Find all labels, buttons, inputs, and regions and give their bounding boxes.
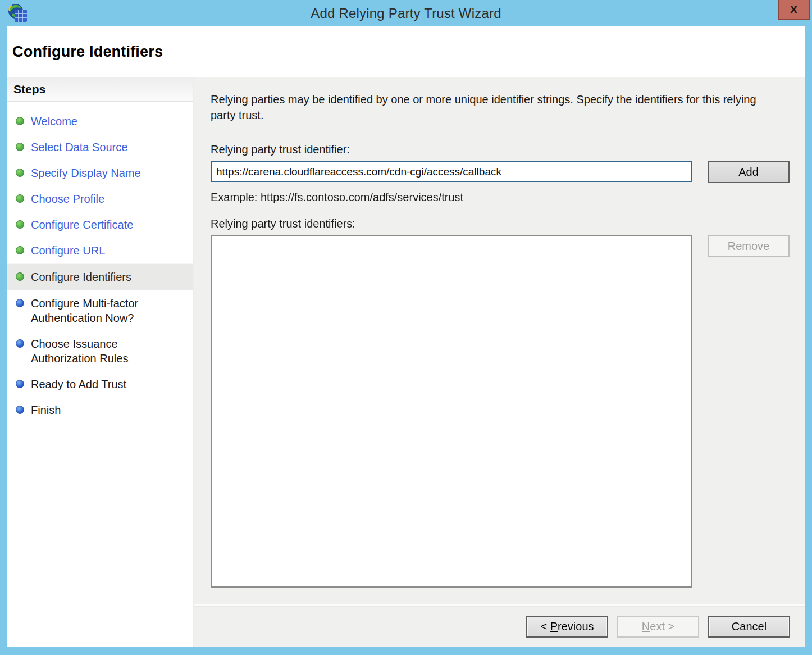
- cancel-button[interactable]: Cancel: [708, 616, 790, 638]
- steps-header: Steps: [7, 77, 193, 102]
- step-select-data-source[interactable]: Select Data Source: [7, 134, 193, 160]
- page-title: Configure Identifiers: [7, 43, 163, 61]
- step-ready-to-add-trust: Ready to Add Trust: [7, 371, 193, 397]
- next-button[interactable]: Next >: [617, 616, 699, 638]
- window-title: Add Relying Party Trust Wizard: [0, 6, 812, 21]
- step-completed-icon: [16, 194, 24, 203]
- titlebar: Add Relying Party Trust Wizard X: [0, 0, 812, 26]
- step-upcoming-icon: [16, 339, 24, 348]
- step-upcoming-icon: [16, 380, 24, 388]
- close-x-icon: X: [790, 3, 797, 16]
- step-completed-icon: [16, 169, 24, 177]
- step-completed-icon: [16, 272, 24, 281]
- step-completed-icon: [16, 220, 24, 229]
- identifiers-listbox[interactable]: [211, 235, 692, 588]
- remove-button[interactable]: Remove: [708, 235, 790, 257]
- identifier-label: Relying party trust identifier:: [211, 143, 790, 156]
- close-button[interactable]: X: [778, 0, 810, 20]
- step-completed-icon: [16, 117, 24, 125]
- intro-text: Relying parties may be identified by one…: [211, 92, 790, 123]
- step-welcome[interactable]: Welcome: [7, 108, 193, 134]
- step-configure-mfa: Configure Multi-factor Authentication No…: [7, 290, 193, 331]
- steps-list: Welcome Select Data Source Specify Displ…: [7, 102, 193, 423]
- add-button[interactable]: Add: [708, 161, 790, 183]
- steps-sidebar: Steps Welcome Select Data Source Specify…: [7, 77, 194, 647]
- step-completed-icon: [16, 246, 24, 254]
- step-configure-url[interactable]: Configure URL: [7, 238, 193, 263]
- adfs-globe-icon: [7, 3, 28, 24]
- wizard-footer: < Previous Next > Cancel: [194, 604, 805, 647]
- step-choose-issuance-rules: Choose Issuance Authorization Rules: [7, 331, 193, 371]
- wizard-window: Add Relying Party Trust Wizard X Configu…: [0, 0, 812, 655]
- step-finish: Finish: [7, 397, 193, 423]
- step-completed-icon: [16, 143, 24, 151]
- wizard-frame: Configure Identifiers Steps Welcome Sele…: [7, 26, 805, 647]
- step-choose-profile[interactable]: Choose Profile: [7, 186, 193, 212]
- previous-button[interactable]: < Previous: [526, 616, 608, 638]
- identifier-input[interactable]: [211, 161, 692, 182]
- step-upcoming-icon: [16, 406, 24, 414]
- step-specify-display-name[interactable]: Specify Display Name: [7, 160, 193, 186]
- content-pane: Relying parties may be identified by one…: [194, 77, 805, 647]
- page-header: Configure Identifiers: [7, 26, 805, 77]
- step-configure-identifiers: Configure Identifiers: [7, 263, 193, 290]
- step-upcoming-icon: [16, 299, 24, 307]
- step-configure-certificate[interactable]: Configure Certificate: [7, 212, 193, 238]
- example-text: Example: https://fs.contoso.com/adfs/ser…: [211, 191, 790, 204]
- identifiers-list-label: Relying party trust identifiers:: [211, 217, 790, 230]
